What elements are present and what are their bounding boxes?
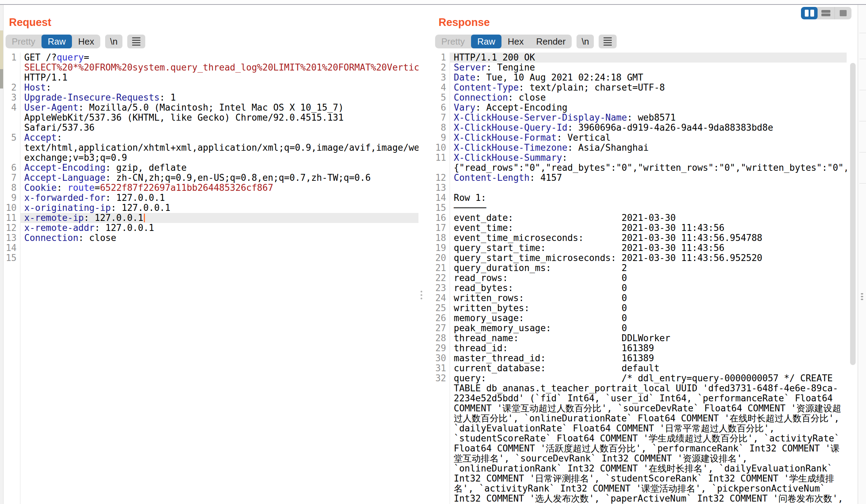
- line-content: X-ClickHouse-Format: Vertical: [450, 133, 847, 143]
- line-content: Server: Tengine: [450, 63, 847, 73]
- line-number: 17: [433, 223, 450, 233]
- line-content: Vary: Accept-Encoding: [450, 103, 847, 113]
- line-number: 23: [433, 283, 450, 293]
- line-number: 5: [433, 93, 450, 103]
- side-panel-resize-handle[interactable]: [861, 292, 863, 301]
- line-content: Upgrade-Insecure-Requests: 1: [20, 93, 418, 103]
- line-content: x-remote-ip: 127.0.0.1: [20, 213, 418, 223]
- code-line: 21query_duration_ms: 2: [433, 263, 847, 273]
- line-number: 5: [3, 133, 20, 163]
- editor-menu-button[interactable]: [127, 35, 145, 48]
- response-panel-title: Response: [439, 16, 490, 29]
- line-number: 26: [433, 313, 450, 323]
- code-line: 12Content-Length: 4157: [433, 173, 847, 183]
- line-content: x-forwarded-for: 127.0.0.1: [20, 193, 418, 203]
- code-line: 8X-ClickHouse-Query-Id: 3960696a-d919-4a…: [433, 123, 847, 133]
- tab-pretty[interactable]: Pretty: [6, 35, 42, 48]
- line-content: X-ClickHouse-Timezone: Asia/Shanghai: [450, 143, 847, 153]
- line-number: 14: [3, 243, 20, 253]
- line-content: Connection: close: [20, 233, 418, 243]
- line-content: Accept-Language: zh-CN,zh;q=0.9,en-US;q=…: [20, 173, 418, 183]
- single-pane-icon: [840, 10, 847, 16]
- split-rows-icon: [821, 9, 830, 17]
- request-panel-title: Request: [9, 16, 51, 29]
- line-content: query_start_time: 2021-03-30 11:43:56: [450, 243, 847, 253]
- collapsed-side-panel: [858, 5, 866, 504]
- tab-hex[interactable]: Hex: [72, 35, 100, 48]
- line-content: written_bytes: 0: [450, 303, 847, 313]
- editor-menu-button[interactable]: [599, 35, 617, 48]
- code-line: 25written_bytes: 0: [433, 303, 847, 313]
- code-line: 5Connection: close: [433, 93, 847, 103]
- side-panel-divider: [859, 59, 866, 59]
- tab-raw[interactable]: Raw: [471, 35, 501, 48]
- code-line: 20query_start_time_microseconds: 2021-03…: [433, 253, 847, 263]
- side-panel-divider: [859, 90, 866, 90]
- line-number: 32: [433, 373, 450, 504]
- line-content: x-remote-addr: 127.0.0.1: [20, 223, 418, 233]
- code-line: 23read_bytes: 0: [433, 283, 847, 293]
- single-pane-button[interactable]: [835, 7, 851, 19]
- line-content: thread_name: DDLWorker: [450, 333, 847, 343]
- side-panel-divider: [859, 33, 866, 33]
- code-line: 8Cookie: route=6522f87f22697a11bb2644853…: [3, 183, 418, 193]
- line-content: GET /?query=​SELECT%20*%20FROM%20system.…: [20, 53, 418, 83]
- line-number: 27: [433, 323, 450, 333]
- line-number: 12: [3, 223, 20, 233]
- code-line: 11x-remote-ip: 127.0.0.1: [3, 213, 418, 223]
- line-content: current_database: default: [450, 363, 847, 373]
- code-line: 3Date: Tue, 10 Aug 2021 02:24:18 GMT: [433, 73, 847, 83]
- code-line: 26memory_usage: 0: [433, 313, 847, 323]
- tab-pretty[interactable]: Pretty: [435, 35, 471, 48]
- code-line: 19query_start_time: 2021-03-30 11:43:56: [433, 243, 847, 253]
- line-content: [20, 243, 418, 253]
- response-editor[interactable]: 1HTTP/1.1 200 OK2Server: Tengine3Date: T…: [433, 53, 847, 504]
- side-panel-divider: [859, 183, 866, 184]
- line-number: 16: [433, 213, 450, 223]
- tab-raw[interactable]: Raw: [42, 35, 72, 48]
- line-number: 19: [433, 243, 450, 253]
- split-rows-button[interactable]: [818, 7, 834, 19]
- line-content: X-ClickHouse-Query-Id: 3960696a-d919-4a2…: [450, 123, 847, 133]
- line-content: Accept-Encoding: gzip, deflate: [20, 163, 418, 173]
- code-line: 28thread_name: DDLWorker: [433, 333, 847, 343]
- line-number: 31: [433, 363, 450, 373]
- code-line: 32query: /* ddl_entry=query-0000000057 *…: [433, 373, 847, 504]
- line-content: memory_usage: 0: [450, 313, 847, 323]
- tab-render[interactable]: Render: [530, 35, 572, 48]
- hamburger-menu-icon: [604, 36, 612, 47]
- response-scrollbar-thumb[interactable]: [850, 63, 856, 365]
- line-content: User-Agent: Mozilla/5.0 (Macintosh; Inte…: [20, 103, 418, 133]
- window-top-edge: [0, 0, 866, 5]
- line-number: 7: [3, 173, 20, 183]
- code-line: 18event_time_microseconds: 2021-03-30 11…: [433, 233, 847, 243]
- code-line: 30master_thread_id: 161389: [433, 353, 847, 363]
- line-content: query_start_time_microseconds: 2021-03-3…: [450, 253, 847, 263]
- line-content: event_time_microseconds: 2021-03-30 11:4…: [450, 233, 847, 243]
- show-newlines-button[interactable]: \n: [577, 35, 594, 48]
- split-columns-button[interactable]: [801, 7, 818, 19]
- code-line: 7X-ClickHouse-Server-Display-Name: web85…: [433, 113, 847, 123]
- line-content: read_bytes: 0: [450, 283, 847, 293]
- code-line: 16event_date: 2021-03-30: [433, 213, 847, 223]
- hamburger-menu-icon: [132, 36, 140, 47]
- line-number: 2: [3, 83, 20, 93]
- code-line: 29thread_id: 161389: [433, 343, 847, 353]
- line-number: 3: [3, 93, 20, 103]
- panel-resize-handle[interactable]: [421, 290, 422, 300]
- line-content: ──────: [450, 203, 847, 213]
- tab-hex[interactable]: Hex: [501, 35, 530, 48]
- line-number: 14: [433, 193, 450, 203]
- line-number: 12: [433, 173, 450, 183]
- request-tab-bar: PrettyRawHex \n: [6, 35, 145, 48]
- code-line: 6Accept-Encoding: gzip, deflate: [3, 163, 418, 173]
- code-line: 17event_time: 2021-03-30 11:43:56: [433, 223, 847, 233]
- code-line: 7Accept-Language: zh-CN,zh;q=0.9,en-US;q…: [3, 173, 418, 183]
- response-view-tabs: PrettyRawHexRender: [435, 35, 572, 48]
- request-editor[interactable]: 1GET /?query=​SELECT%20*%20FROM%20system…: [3, 53, 418, 504]
- line-content: Cookie: route=6522f87f22697a11bb26448532…: [20, 183, 418, 193]
- line-number: 4: [433, 83, 450, 93]
- line-number: 10: [3, 203, 20, 213]
- show-newlines-button[interactable]: \n: [105, 35, 122, 48]
- code-line: 4Content-Type: text/plain; charset=UTF-8: [433, 83, 847, 93]
